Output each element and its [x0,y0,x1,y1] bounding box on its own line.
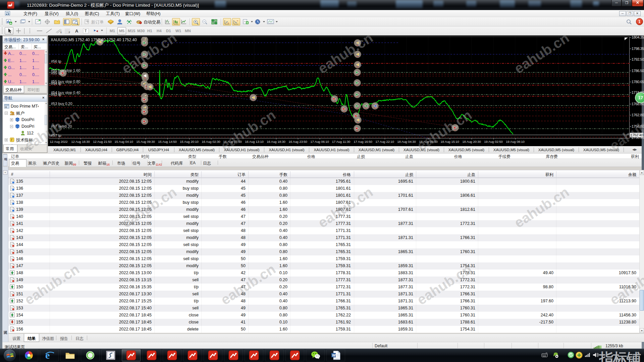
svg-text:M: M [5,106,7,108]
svg-text:E: E [60,31,62,34]
svg-text:T: T [85,29,87,33]
svg-text:e: e [45,350,50,360]
svg-text:W: W [332,353,336,357]
svg-text:A: A [75,28,78,34]
svg-text:F: F [69,31,70,34]
